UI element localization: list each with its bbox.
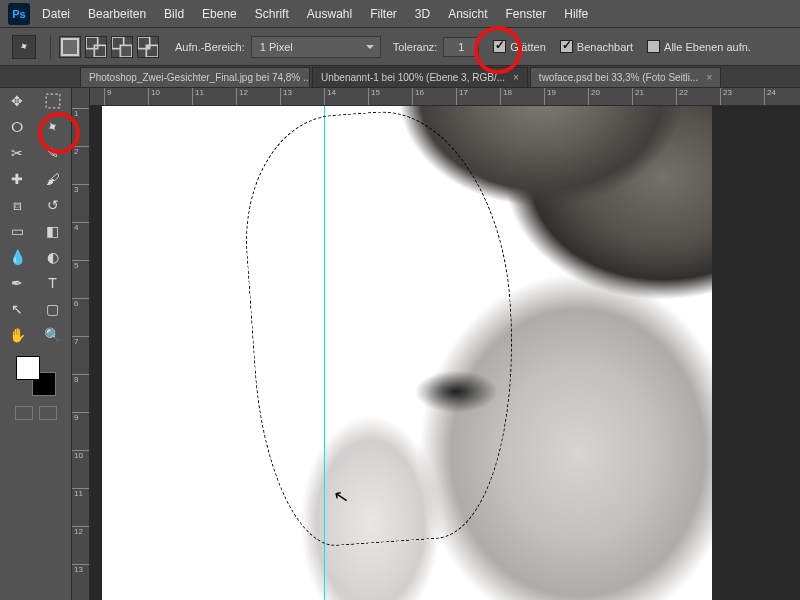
gradient-tool[interactable]: ◧ (36, 218, 70, 244)
hruler-tick: 13 (280, 88, 292, 105)
tab-label: twoface.psd bei 33,3% (Foto Seitli... (539, 72, 699, 83)
all-layers-checkbox[interactable] (647, 40, 660, 53)
hruler-tick: 20 (588, 88, 600, 105)
menu-select[interactable]: Auswahl (307, 7, 352, 21)
close-icon[interactable]: × (513, 72, 519, 83)
eraser-icon: ▭ (11, 223, 24, 239)
crop-icon: ✂ (11, 145, 23, 161)
vruler-tick: 1 (72, 108, 89, 118)
menu-help[interactable]: Hilfe (564, 7, 588, 21)
selection-subtract-button[interactable] (111, 36, 133, 58)
contiguous-checkbox[interactable] (560, 40, 573, 53)
sample-size-label: Aufn.-Bereich: (175, 41, 245, 53)
color-swatches[interactable] (16, 356, 56, 396)
menu-edit[interactable]: Bearbeiten (88, 7, 146, 21)
menu-layer[interactable]: Ebene (202, 7, 237, 21)
menu-file[interactable]: Datei (42, 7, 70, 21)
document-tabstrip: Photoshop_Zwei-Gesichter_Final.jpg bei 7… (0, 66, 800, 88)
magic-wand-tool[interactable]: ✦ (36, 114, 70, 140)
hand-tool[interactable]: ✋ (0, 322, 34, 348)
horizontal-ruler: 9 10 11 12 13 14 15 16 17 18 19 20 21 22… (90, 88, 800, 106)
vruler-tick: 6 (72, 298, 89, 308)
tab-document-2[interactable]: twoface.psd bei 33,3% (Foto Seitli...× (530, 67, 721, 87)
eyedropper-tool[interactable]: ✎ (36, 140, 70, 166)
menu-filter[interactable]: Filter (370, 7, 397, 21)
history-brush-tool[interactable]: ↺ (36, 192, 70, 218)
app-logo: Ps (8, 3, 30, 25)
pen-tool[interactable]: ✒ (0, 270, 34, 296)
tab-label: Photoshop_Zwei-Gesichter_Final.jpg bei 7… (89, 72, 310, 83)
vruler-tick: 13 (72, 564, 89, 574)
squares-add-icon (86, 37, 106, 57)
brush-icon: 🖌 (46, 171, 60, 187)
marquee-tool[interactable] (36, 88, 70, 114)
move-icon: ✥ (11, 93, 23, 109)
selection-intersect-button[interactable] (137, 36, 159, 58)
bandage-icon: ✚ (11, 171, 23, 187)
hruler-tick: 22 (676, 88, 688, 105)
canvas-wrap: 9 10 11 12 13 14 15 16 17 18 19 20 21 22… (90, 88, 800, 600)
screen-mode-buttons (0, 406, 71, 420)
droplet-icon: 💧 (9, 249, 26, 265)
hruler-tick: 17 (456, 88, 468, 105)
active-tool-indicator[interactable]: ✦ (12, 35, 36, 59)
selection-add-button[interactable] (85, 36, 107, 58)
type-tool[interactable]: T (36, 270, 70, 296)
clone-tool[interactable]: ⧈ (0, 192, 34, 218)
hruler-tick: 10 (148, 88, 160, 105)
hand-icon: ✋ (9, 327, 26, 343)
vruler-tick: 5 (72, 260, 89, 270)
hruler-tick: 18 (500, 88, 512, 105)
vruler-tick: 3 (72, 184, 89, 194)
vruler-tick: 12 (72, 526, 89, 536)
svg-rect-4 (120, 45, 132, 57)
vruler-tick: 2 (72, 146, 89, 156)
hruler-tick: 12 (236, 88, 248, 105)
menu-window[interactable]: Fenster (506, 7, 547, 21)
dodge-tool[interactable]: ◐ (36, 244, 70, 270)
zoom-tool[interactable]: 🔍 (36, 322, 70, 348)
quickmask-button[interactable] (15, 406, 33, 420)
tolerance-label: Toleranz: (393, 41, 438, 53)
eraser-tool[interactable]: ▭ (0, 218, 34, 244)
selection-new-button[interactable] (59, 36, 81, 58)
arrow-icon: ↖ (11, 301, 23, 317)
hruler-tick: 14 (324, 88, 336, 105)
magnifier-icon: 🔍 (44, 327, 61, 343)
vruler-tick: 8 (72, 374, 89, 384)
antialias-label: Glätten (510, 41, 545, 53)
shape-icon: ▢ (46, 301, 59, 317)
vruler-tick: 11 (72, 488, 89, 498)
sample-size-dropdown[interactable]: 1 Pixel (251, 36, 381, 58)
shape-tool[interactable]: ▢ (36, 296, 70, 322)
close-icon[interactable]: × (706, 72, 712, 83)
move-tool[interactable]: ✥ (0, 88, 34, 114)
antialias-checkbox[interactable] (493, 40, 506, 53)
brush-tool[interactable]: 🖌 (36, 166, 70, 192)
tab-document-0[interactable]: Photoshop_Zwei-Gesichter_Final.jpg bei 7… (80, 67, 310, 87)
tab-document-1[interactable]: Unbenannt-1 bei 100% (Ebene 3, RGB/...× (312, 67, 528, 87)
svg-rect-0 (62, 39, 78, 55)
menu-type[interactable]: Schrift (255, 7, 289, 21)
canvas[interactable]: ↖ (90, 106, 800, 600)
vruler-tick: 7 (72, 336, 89, 346)
menu-image[interactable]: Bild (164, 7, 184, 21)
svg-rect-1 (86, 37, 98, 49)
menu-3d[interactable]: 3D (415, 7, 430, 21)
hruler-tick: 15 (368, 88, 380, 105)
screenmode-button[interactable] (39, 406, 57, 420)
path-select-tool[interactable]: ↖ (0, 296, 34, 322)
type-icon: T (48, 275, 57, 291)
squares-sub-icon (112, 37, 132, 57)
vruler-tick: 4 (72, 222, 89, 232)
blur-tool[interactable]: 💧 (0, 244, 34, 270)
crop-tool[interactable]: ✂ (0, 140, 34, 166)
svg-rect-2 (94, 45, 106, 57)
svg-rect-8 (46, 94, 60, 108)
tolerance-input[interactable]: 1 (443, 37, 479, 57)
fg-color-swatch[interactable] (16, 356, 40, 380)
menu-view[interactable]: Ansicht (448, 7, 487, 21)
lasso-tool[interactable]: ⵔ (0, 114, 34, 140)
healing-tool[interactable]: ✚ (0, 166, 34, 192)
svg-rect-7 (146, 45, 149, 48)
